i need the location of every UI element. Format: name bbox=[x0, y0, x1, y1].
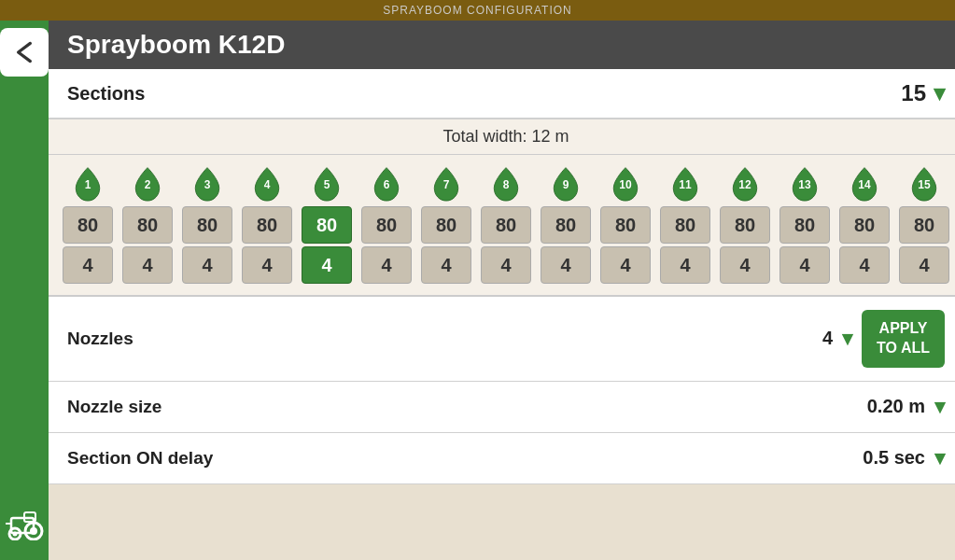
nozzle-col-15[interactable]: 15 804 bbox=[896, 162, 952, 284]
nozzle-col-14[interactable]: 14 804 bbox=[836, 162, 892, 284]
nozzle-top-cell-3[interactable]: 80 bbox=[182, 206, 232, 244]
sections-dropdown-icon[interactable]: ▾ bbox=[934, 80, 945, 106]
nozzles-label: Nozzles bbox=[67, 329, 133, 349]
nozzle-bot-cell-13[interactable]: 4 bbox=[779, 246, 830, 284]
nozzle-col-1[interactable]: 1 804 bbox=[60, 162, 116, 284]
nozzle-size-value: 0.20 m bbox=[867, 396, 925, 417]
apply-to-all-button[interactable]: APPLY TO ALL bbox=[862, 310, 945, 368]
nozzle-drop-icon-11: 11 bbox=[665, 162, 706, 203]
nozzle-drop-icon-14: 14 bbox=[844, 162, 885, 203]
nozzle-columns: 1 804 2 804 3 804 4 804 5 804 6 bbox=[60, 162, 952, 284]
total-width-row: Total width: 12 m bbox=[49, 119, 955, 155]
nozzle-bot-cell-10[interactable]: 4 bbox=[600, 246, 651, 284]
nozzle-top-cell-4[interactable]: 80 bbox=[242, 206, 292, 244]
nozzle-bot-cell-2[interactable]: 4 bbox=[122, 246, 173, 284]
sections-label: Sections bbox=[67, 83, 145, 105]
nozzle-drop-icon-7: 7 bbox=[426, 162, 467, 203]
section-on-delay-value-group: 0.5 sec ▾ bbox=[863, 446, 945, 470]
nozzle-top-cell-2[interactable]: 80 bbox=[122, 206, 173, 244]
nozzle-col-8[interactable]: 8 804 bbox=[478, 162, 534, 284]
sidebar bbox=[0, 21, 49, 560]
nozzle-bot-cell-1[interactable]: 4 bbox=[63, 246, 113, 284]
nozzle-drop-icon-2: 2 bbox=[127, 162, 168, 203]
nozzle-drop-icon-4: 4 bbox=[246, 162, 288, 203]
page-title: Sprayboom K12D bbox=[67, 30, 285, 60]
nozzle-size-label: Nozzle size bbox=[67, 397, 162, 417]
nozzle-col-3[interactable]: 3 804 bbox=[179, 162, 235, 284]
nozzle-col-9[interactable]: 9 804 bbox=[538, 162, 594, 284]
nozzle-bot-cell-3[interactable]: 4 bbox=[182, 246, 232, 284]
nozzle-drop-icon-1: 1 bbox=[67, 162, 108, 203]
nozzle-bot-cell-11[interactable]: 4 bbox=[660, 246, 710, 284]
section-on-delay-dropdown-icon[interactable]: ▾ bbox=[934, 446, 945, 470]
nozzle-top-cell-12[interactable]: 80 bbox=[720, 206, 770, 244]
nozzle-drop-icon-5: 5 bbox=[306, 162, 347, 203]
nozzle-top-cell-7[interactable]: 80 bbox=[421, 206, 471, 244]
content-header: Sprayboom K12D bbox=[49, 21, 955, 69]
nozzle-drop-icon-10: 10 bbox=[605, 162, 646, 203]
nozzle-bot-cell-14[interactable]: 4 bbox=[839, 246, 890, 284]
nozzle-top-cell-9[interactable]: 80 bbox=[541, 206, 591, 244]
nozzle-bot-cell-15[interactable]: 4 bbox=[899, 246, 949, 284]
nozzle-col-11[interactable]: 11 804 bbox=[657, 162, 713, 284]
nozzle-bot-cell-12[interactable]: 4 bbox=[720, 246, 770, 284]
nozzle-drop-icon-13: 13 bbox=[784, 162, 825, 203]
nozzle-size-dropdown-icon[interactable]: ▾ bbox=[934, 395, 945, 419]
nozzles-number: 4 bbox=[822, 328, 833, 349]
nozzle-top-cell-5[interactable]: 80 bbox=[302, 206, 352, 244]
nozzle-top-cell-15[interactable]: 80 bbox=[899, 206, 949, 244]
nozzle-col-2[interactable]: 2 804 bbox=[119, 162, 176, 284]
nozzles-row: Nozzles 4 ▾ APPLY TO ALL bbox=[49, 297, 955, 382]
nozzle-col-6[interactable]: 6 804 bbox=[358, 162, 414, 284]
nozzles-dropdown-icon[interactable]: ▾ bbox=[842, 327, 852, 351]
nozzle-drop-icon-6: 6 bbox=[366, 162, 407, 203]
nozzle-bot-cell-6[interactable]: 4 bbox=[361, 246, 412, 284]
nozzle-col-7[interactable]: 7 804 bbox=[418, 162, 474, 284]
nozzle-top-cell-8[interactable]: 80 bbox=[481, 206, 531, 244]
nozzle-col-5[interactable]: 5 804 bbox=[299, 162, 355, 284]
nozzle-drop-icon-3: 3 bbox=[187, 162, 228, 203]
nozzle-top-cell-11[interactable]: 80 bbox=[660, 206, 710, 244]
nozzle-col-12[interactable]: 12 804 bbox=[717, 162, 773, 284]
section-on-delay-row: Section ON delay 0.5 sec ▾ bbox=[49, 433, 955, 484]
nozzle-top-cell-13[interactable]: 80 bbox=[779, 206, 830, 244]
back-button[interactable] bbox=[0, 28, 49, 77]
nozzle-drop-icon-12: 12 bbox=[724, 162, 765, 203]
nozzles-value-group: 4 ▾ APPLY TO ALL bbox=[822, 310, 945, 368]
total-width-text: Total width: 12 m bbox=[442, 127, 569, 146]
top-bar-title: SPRAYBOOM CONFIGURATION bbox=[383, 4, 572, 17]
nozzle-top-cell-14[interactable]: 80 bbox=[839, 206, 890, 244]
sections-row: Sections 15 ▾ bbox=[49, 69, 955, 119]
section-on-delay-value: 0.5 sec bbox=[863, 447, 925, 469]
nozzle-bot-cell-7[interactable]: 4 bbox=[421, 246, 471, 284]
sections-value[interactable]: 15 ▾ bbox=[901, 80, 945, 106]
sections-number: 15 bbox=[901, 80, 926, 106]
nozzle-top-cell-6[interactable]: 80 bbox=[361, 206, 412, 244]
nozzle-drop-icon-15: 15 bbox=[904, 162, 945, 203]
nozzle-drop-icon-9: 9 bbox=[545, 162, 586, 203]
nozzle-grid: 1 804 2 804 3 804 4 804 5 804 6 bbox=[49, 155, 955, 297]
nozzle-drop-icon-8: 8 bbox=[485, 162, 527, 203]
nozzle-bot-cell-9[interactable]: 4 bbox=[541, 246, 591, 284]
nozzle-top-cell-10[interactable]: 80 bbox=[600, 206, 651, 244]
nozzle-size-value-group: 0.20 m ▾ bbox=[867, 395, 945, 419]
nozzle-grid-wrapper: 1 804 2 804 3 804 4 804 5 804 6 bbox=[49, 155, 955, 297]
nozzle-col-13[interactable]: 13 804 bbox=[777, 162, 833, 284]
nozzle-col-4[interactable]: 4 804 bbox=[239, 162, 295, 284]
nozzle-bot-cell-5[interactable]: 4 bbox=[302, 246, 352, 284]
section-on-delay-label: Section ON delay bbox=[67, 448, 213, 469]
nozzle-bot-cell-4[interactable]: 4 bbox=[242, 246, 292, 284]
tractor-icon[interactable] bbox=[0, 502, 49, 541]
nozzle-col-10[interactable]: 10 804 bbox=[597, 162, 653, 284]
nozzle-bot-cell-8[interactable]: 4 bbox=[481, 246, 531, 284]
nozzle-top-cell-1[interactable]: 80 bbox=[63, 206, 113, 244]
main-content: Sprayboom K12D Sections 15 ▾ Total width… bbox=[49, 21, 955, 560]
nozzle-size-row: Nozzle size 0.20 m ▾ bbox=[49, 382, 955, 433]
